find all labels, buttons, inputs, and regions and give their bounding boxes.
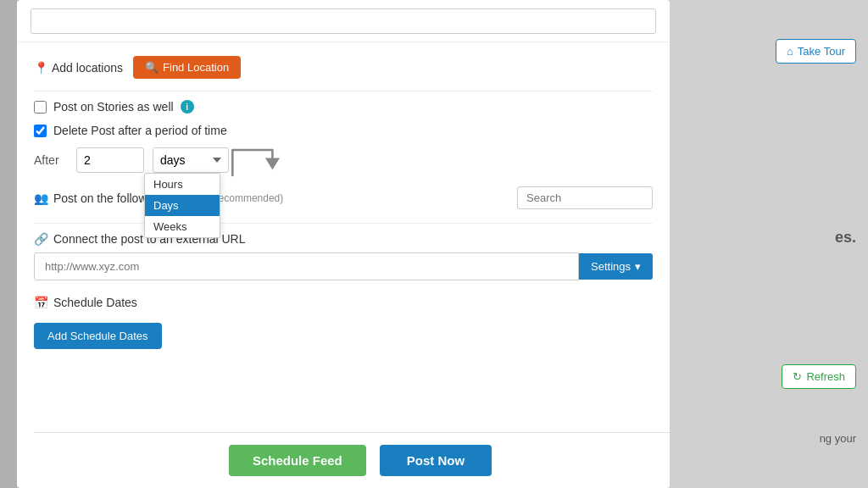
dropdown-option-hours[interactable]: Hours [145, 174, 220, 195]
pages-search-input[interactable] [517, 186, 653, 209]
post-on-stories-row: Post on Stories as well i [34, 100, 653, 114]
add-locations-label: 📍 Add locations [34, 61, 123, 75]
divider-1 [34, 91, 653, 92]
schedule-dates-section: 📅 Schedule Dates Add Schedule Dates [34, 296, 653, 349]
url-row: Settings ▾ [34, 252, 653, 280]
add-schedule-dates-button[interactable]: Add Schedule Dates [34, 323, 162, 349]
bottom-bar: Schedule Feed Post Now [34, 432, 670, 488]
search-icon: 🔍 [145, 61, 159, 74]
post-pages-row: 👥 Post on the following page(s) (recomme… [34, 186, 653, 209]
take-tour-button[interactable]: ⌂ Take Tour [776, 39, 856, 64]
divider-2 [34, 223, 653, 224]
after-row: After days hours weeks Hours Days Weeks [34, 147, 653, 173]
bg-text2: ng your [820, 432, 856, 445]
dropdown-option-days[interactable]: Days [145, 195, 220, 216]
pages-note: (recommended) [212, 192, 284, 204]
post-on-stories-checkbox[interactable] [34, 101, 47, 114]
find-location-button[interactable]: 🔍 Find Location [133, 56, 241, 79]
external-url-label: 🔗 Connect the post to an external URL [34, 232, 653, 246]
info-icon[interactable]: i [181, 100, 194, 114]
chevron-down-icon: ▾ [635, 260, 641, 273]
post-now-button[interactable]: Post Now [380, 445, 492, 476]
dropdown-option-weeks[interactable]: Weeks [145, 216, 220, 237]
post-textarea[interactable] [31, 8, 656, 34]
home-icon: ⌂ [787, 45, 793, 58]
days-select[interactable]: days hours weeks [153, 147, 229, 173]
add-locations-row: 📍 Add locations 🔍 Find Location [34, 56, 653, 79]
modal-content: 📍 Add locations 🔍 Find Location Post on … [17, 42, 670, 480]
delete-post-checkbox[interactable] [34, 125, 47, 137]
calendar-icon: 📅 [34, 296, 48, 309]
arrow-indicator [229, 146, 280, 182]
delete-post-row: Delete Post after a period of time [34, 124, 653, 137]
days-dropdown-popup: Hours Days Weeks [144, 173, 220, 238]
schedule-dates-label: 📅 Schedule Dates [34, 296, 653, 309]
after-value-input[interactable] [76, 147, 144, 173]
users-icon: 👥 [34, 191, 48, 205]
after-label: After [34, 153, 68, 167]
refresh-button[interactable]: ↻ Refresh [782, 364, 856, 389]
url-input[interactable] [34, 252, 579, 280]
settings-button[interactable]: Settings ▾ [579, 253, 653, 280]
textarea-area [17, 0, 670, 42]
refresh-icon: ↻ [793, 370, 802, 383]
pin-icon: 📍 [34, 61, 48, 75]
schedule-feed-button[interactable]: Schedule Feed [229, 445, 366, 476]
bg-text: es. [835, 229, 856, 247]
svg-marker-0 [265, 158, 280, 169]
modal-panel: 📍 Add locations 🔍 Find Location Post on … [17, 0, 670, 488]
link-icon: 🔗 [34, 232, 48, 246]
